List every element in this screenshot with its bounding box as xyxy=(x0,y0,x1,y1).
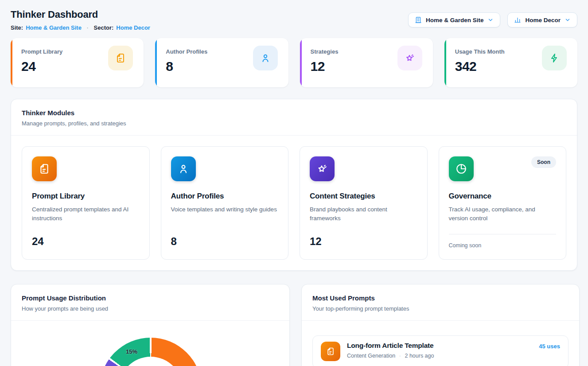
stat-card-usage: Usage This Month 342 xyxy=(444,38,577,87)
module-card-governance[interactable]: Soon Governance Track AI usage, complian… xyxy=(439,146,567,260)
bar-chart-icon xyxy=(514,16,521,23)
donut-segment-label: 15% xyxy=(126,348,137,355)
prompt-item-title: Long-form Article Template xyxy=(347,342,434,350)
module-card-author-profiles[interactable]: Author Profiles Voice templates and writ… xyxy=(161,146,289,260)
prompt-item-body: Long-form Article Template Content Gener… xyxy=(347,342,434,359)
modules-panel-title: Thinker Modules xyxy=(22,109,566,117)
thinker-dashboard-page: Thinker Dashboard Site: Home & Garden Si… xyxy=(0,0,588,366)
site-link[interactable]: Home & Garden Site xyxy=(26,24,82,31)
breadcrumb: Site: Home & Garden Site · Sector: Home … xyxy=(11,24,150,31)
meta-separator: · xyxy=(399,354,401,358)
prompt-list-item[interactable]: Long-form Article Template Content Gener… xyxy=(312,335,569,366)
document-icon xyxy=(108,46,133,70)
module-card-content-strategies[interactable]: Content Strategies Brand playbooks and c… xyxy=(300,146,428,260)
stat-card-prompt-library: Prompt Library 24 xyxy=(11,38,144,87)
modules-grid: Prompt Library Centralized prompt templa… xyxy=(11,136,577,270)
page-title: Thinker Dashboard xyxy=(11,9,150,20)
prompt-list: Long-form Article Template Content Gener… xyxy=(302,321,579,366)
module-count: 8 xyxy=(171,235,177,248)
chevron-down-icon xyxy=(487,17,494,23)
document-icon xyxy=(321,342,340,361)
module-title: Author Profiles xyxy=(171,192,224,201)
site-selector-label: Home & Garden Site xyxy=(426,17,484,23)
module-description: Voice templates and writing style guides xyxy=(171,205,277,214)
module-description: Centralized prompt templates and AI inst… xyxy=(32,205,140,223)
page-header: Thinker Dashboard Site: Home & Garden Si… xyxy=(11,9,577,31)
donut-chart-area: 15% xyxy=(11,321,289,366)
most-used-prompts-panel: Most Used Prompts Your top-performing pr… xyxy=(301,284,580,366)
sparkle-star-icon xyxy=(397,46,422,70)
prompts-panel-subtitle: Your top-performing prompt templates xyxy=(312,305,569,312)
module-card-prompt-library[interactable]: Prompt Library Centralized prompt templa… xyxy=(22,146,150,260)
document-icon xyxy=(32,156,57,181)
module-title: Content Strategies xyxy=(310,192,375,201)
site-label: Site: xyxy=(11,24,23,31)
sector-label: Sector: xyxy=(94,24,114,31)
prompts-panel-header: Most Used Prompts Your top-performing pr… xyxy=(302,284,579,321)
usage-panel-subtitle: How your prompts are being used xyxy=(22,305,279,312)
usage-panel-header: Prompt Usage Distribution How your promp… xyxy=(11,284,289,321)
usage-panel-title: Prompt Usage Distribution xyxy=(22,294,279,302)
sector-link[interactable]: Home Decor xyxy=(116,24,150,31)
chevron-down-icon xyxy=(565,17,571,23)
module-title: Governance xyxy=(449,192,491,201)
module-title: Prompt Library xyxy=(32,192,85,201)
module-count: 12 xyxy=(310,235,322,248)
stat-card-author-profiles: Author Profiles 8 xyxy=(155,38,288,87)
modules-panel-header: Thinker Modules Manage prompts, profiles… xyxy=(11,99,577,136)
header-actions: Home & Garden Site Home Decor xyxy=(408,12,577,27)
stat-card-strategies: Strategies 12 xyxy=(300,38,433,87)
prompts-panel-title: Most Used Prompts xyxy=(312,294,569,302)
prompt-item-meta: Content Generation · 2 hours ago xyxy=(347,353,434,359)
sector-selector-dropdown[interactable]: Home Decor xyxy=(507,12,577,27)
bottom-section: Prompt Usage Distribution How your promp… xyxy=(11,284,577,366)
pie-chart-icon xyxy=(449,156,474,181)
breadcrumb-separator: · xyxy=(87,25,89,31)
module-count: 24 xyxy=(32,235,44,248)
prompt-item-time: 2 hours ago xyxy=(405,353,434,359)
user-icon xyxy=(253,46,278,70)
building-icon xyxy=(415,16,422,23)
prompt-item-uses-badge: 45 uses xyxy=(539,342,560,350)
stats-row: Prompt Library 24 Author Profiles 8 Stra… xyxy=(11,38,577,87)
soon-badge: Soon xyxy=(531,156,556,168)
lightning-icon xyxy=(542,46,567,70)
sector-selector-label: Home Decor xyxy=(525,17,561,23)
prompt-item-category: Content Generation xyxy=(347,353,395,359)
site-selector-dropdown[interactable]: Home & Garden Site xyxy=(408,12,501,27)
coming-soon-label: Coming soon xyxy=(449,242,482,249)
user-icon xyxy=(171,156,196,181)
module-description: Track AI usage, compliance, and version … xyxy=(449,205,557,223)
module-divider xyxy=(449,234,557,234)
module-description: Brand playbooks and content frameworks xyxy=(310,205,417,223)
donut-chart xyxy=(100,338,202,366)
thinker-modules-panel: Thinker Modules Manage prompts, profiles… xyxy=(11,99,577,271)
modules-panel-subtitle: Manage prompts, profiles, and strategies xyxy=(22,120,566,127)
sparkle-star-icon xyxy=(310,156,335,181)
header-left: Thinker Dashboard Site: Home & Garden Si… xyxy=(11,9,150,31)
prompt-usage-panel: Prompt Usage Distribution How your promp… xyxy=(11,284,290,366)
